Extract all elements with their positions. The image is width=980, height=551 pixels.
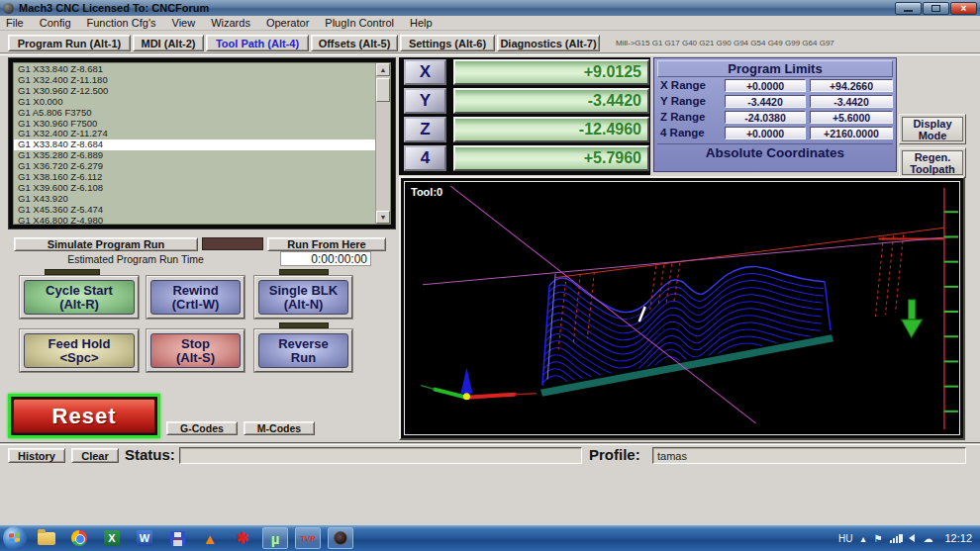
scroll-thumb[interactable] bbox=[376, 78, 390, 102]
stop-button[interactable]: Stop (Alt-S) bbox=[147, 329, 245, 372]
absolute-coordinates-label: Absolute Coordinates bbox=[657, 143, 893, 161]
scrollbar[interactable]: ▲ ▼ bbox=[375, 63, 390, 224]
spreadsheet-taskbar-button[interactable]: X bbox=[99, 527, 125, 549]
menu-operator[interactable]: Operator bbox=[266, 17, 309, 29]
gcode-line[interactable]: G1 X30.960 Z-12.500 bbox=[14, 86, 375, 97]
program-limits-panel: Program Limits X Range +0.0000 +94.2660 … bbox=[653, 57, 897, 172]
tool-number-label: Tool:0 bbox=[411, 186, 442, 198]
axes-indicator-icon bbox=[421, 367, 537, 400]
mach3-taskbar-button[interactable]: ✱ bbox=[230, 527, 255, 549]
divider bbox=[0, 442, 980, 445]
volume-icon[interactable] bbox=[909, 534, 915, 542]
menu-view[interactable]: View bbox=[172, 17, 196, 29]
language-indicator[interactable]: HU bbox=[838, 533, 852, 544]
hidden-icons-chevron-icon[interactable]: ▴ bbox=[860, 533, 865, 544]
menu-help[interactable]: Help bbox=[410, 17, 433, 29]
close-button[interactable]: × bbox=[950, 2, 977, 15]
menu-plugin-control[interactable]: PlugIn Control bbox=[325, 17, 394, 29]
g-codes-button[interactable]: G-Codes bbox=[166, 421, 238, 435]
dro-4-value[interactable]: +5.7960 bbox=[453, 145, 649, 171]
reverse-run-button[interactable]: Reverse Run bbox=[254, 329, 352, 372]
maximize-button[interactable] bbox=[923, 2, 949, 15]
tab-diagnostics[interactable]: Diagnostics (Alt-7) bbox=[497, 35, 600, 51]
utorrent-taskbar-button[interactable]: µ bbox=[262, 527, 288, 549]
system-tray: HU ▴ ⚑ ☁ 12:12 bbox=[838, 532, 980, 544]
start-button[interactable] bbox=[3, 526, 27, 550]
toolpath-canvas bbox=[405, 182, 959, 434]
profile-label: Profile: bbox=[589, 446, 640, 463]
toolpath-display[interactable]: Tool:0 bbox=[399, 176, 965, 440]
scroll-track[interactable] bbox=[376, 102, 390, 211]
floppy-icon bbox=[170, 531, 185, 546]
gcode-line[interactable]: G1 X0.000 bbox=[14, 97, 375, 108]
recorder-taskbar-button[interactable] bbox=[328, 527, 353, 549]
title-bar: Mach3 CNC Licensed To: CNCForum × bbox=[0, 0, 980, 16]
axis-y-button[interactable]: Y bbox=[404, 88, 446, 114]
y-range-max: -3.4420 bbox=[810, 95, 893, 108]
rewind-button[interactable]: Rewind (Crtl-W) bbox=[147, 276, 245, 319]
clear-button[interactable]: Clear bbox=[71, 448, 119, 463]
windows-logo-icon bbox=[9, 532, 21, 543]
tab-program-run[interactable]: Program Run (Alt-1) bbox=[8, 35, 131, 51]
tab-settings[interactable]: Settings (Alt-6) bbox=[400, 35, 495, 51]
gcode-panel: G1 X33.840 Z-8.681 G1 X32.400 Z-11.180 G… bbox=[8, 57, 396, 230]
vlc-taskbar-button[interactable]: ▲ bbox=[197, 527, 223, 549]
profile-field: tamas bbox=[652, 447, 966, 464]
gcode-line[interactable]: G1 X46.800 Z-4.980 bbox=[14, 216, 375, 224]
cloud-icon[interactable]: ☁ bbox=[923, 533, 932, 544]
gcode-list[interactable]: G1 X33.840 Z-8.681 G1 X32.400 Z-11.180 G… bbox=[14, 63, 375, 224]
menu-config[interactable]: Config bbox=[40, 17, 71, 29]
z-range-min: -24.0380 bbox=[725, 111, 806, 124]
scroll-down-icon[interactable]: ▼ bbox=[376, 211, 390, 224]
status-field bbox=[179, 447, 582, 464]
a-range-label: 4 Range bbox=[660, 127, 705, 138]
simulate-program-run-button[interactable]: Simulate Program Run bbox=[14, 237, 198, 251]
gcode-line[interactable]: G1 A5.806 F3750 bbox=[14, 108, 375, 119]
explorer-taskbar-button[interactable] bbox=[34, 527, 59, 549]
menu-function-cfgs[interactable]: Function Cfg's bbox=[87, 17, 156, 29]
folder-icon bbox=[38, 532, 55, 545]
z-range-label: Z Range bbox=[660, 111, 705, 123]
utorrent-icon: µ bbox=[271, 530, 280, 547]
menu-wizards[interactable]: Wizards bbox=[211, 17, 250, 29]
dro-z-value[interactable]: -12.4960 bbox=[453, 117, 649, 142]
mach3-window: Mach3 CNC Licensed To: CNCForum × File C… bbox=[0, 0, 980, 551]
cycle-start-led bbox=[45, 269, 100, 275]
down-arrow-icon bbox=[902, 300, 923, 337]
spreadsheet-icon: X bbox=[104, 530, 120, 546]
single-blk-button[interactable]: Single BLK (Alt-N) bbox=[254, 276, 352, 319]
scroll-up-icon[interactable]: ▲ bbox=[376, 63, 390, 76]
tvp-taskbar-button[interactable]: TVP bbox=[295, 527, 321, 549]
tab-tool-path[interactable]: Tool Path (Alt-4) bbox=[206, 35, 309, 51]
dro-x-value[interactable]: +9.0125 bbox=[453, 59, 649, 85]
x-range-min: +0.0000 bbox=[725, 79, 806, 92]
tvp-icon: TVP bbox=[300, 534, 316, 543]
tab-offsets[interactable]: Offsets (Alt-5) bbox=[311, 35, 398, 51]
feed-hold-button[interactable]: Feed Hold <Spc> bbox=[20, 329, 139, 372]
tab-mdi[interactable]: MDI (Alt-2) bbox=[133, 35, 204, 51]
dro-y-value[interactable]: -3.4420 bbox=[453, 88, 649, 114]
gcode-line[interactable]: G1 X39.600 Z-6.108 bbox=[14, 183, 375, 194]
starburst-icon: ✱ bbox=[237, 529, 249, 547]
axis-4-button[interactable]: 4 bbox=[404, 145, 446, 171]
history-button[interactable]: History bbox=[8, 448, 65, 463]
word-taskbar-button[interactable]: W bbox=[132, 527, 157, 549]
reverse-run-led bbox=[279, 322, 329, 328]
menu-file[interactable]: File bbox=[6, 17, 24, 29]
reset-button[interactable]: Reset bbox=[8, 394, 160, 438]
window-title: Mach3 CNC Licensed To: CNCForum bbox=[19, 2, 209, 14]
cycle-start-button[interactable]: Cycle Start (Alt-R) bbox=[20, 276, 139, 319]
axis-x-button[interactable]: X bbox=[404, 59, 446, 85]
m-codes-button[interactable]: M-Codes bbox=[244, 421, 315, 435]
axis-z-button[interactable]: Z bbox=[404, 117, 446, 142]
estimated-run-time-label: Estimated Program Run Time bbox=[61, 253, 210, 265]
y-range-label: Y Range bbox=[660, 95, 706, 107]
run-progress-bar bbox=[202, 237, 263, 250]
action-center-flag-icon[interactable]: ⚑ bbox=[874, 533, 883, 544]
minimize-button[interactable] bbox=[895, 2, 922, 15]
display-mode-button[interactable]: Display Mode bbox=[899, 114, 966, 144]
regen-toolpath-button[interactable]: Regen. Toolpath bbox=[899, 147, 966, 178]
chrome-taskbar-button[interactable] bbox=[66, 527, 92, 549]
loader-taskbar-button[interactable] bbox=[164, 527, 190, 549]
run-from-here-button[interactable]: Run From Here bbox=[267, 237, 386, 251]
